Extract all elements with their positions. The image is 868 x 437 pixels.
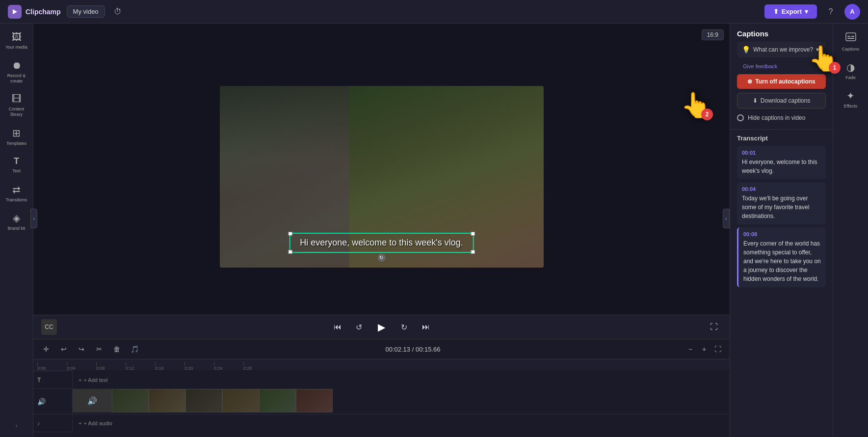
captions-title: Captions [737, 29, 826, 38]
transitions-icon: ⇄ [12, 184, 21, 195]
video-title[interactable]: My video [67, 5, 105, 18]
preview-top-bar: 16:9 [39, 29, 724, 40]
plus-icon: + [79, 420, 81, 426]
playback-left: CC [41, 319, 57, 335]
fullscreen-button[interactable]: ⛶ [706, 319, 722, 335]
hide-captions-toggle[interactable] [737, 114, 744, 121]
sidebar-item-your-media[interactable]: 🖼 Your media [2, 27, 31, 54]
sidebar-item-transitions[interactable]: ⇄ Transitions [2, 180, 31, 207]
caption-text: Hi everyone, welcome to this week's vlog… [300, 238, 463, 247]
zoom-fit-button[interactable]: ⛶ [712, 343, 724, 355]
turn-off-autocaptions-button[interactable]: ⊗ Turn off autocaptions [737, 74, 826, 89]
video-thumb-4 [222, 389, 259, 412]
content-area: 16:9 Hi everyone, w [33, 24, 730, 437]
text-track-row: T + + Add text [33, 371, 730, 389]
fast-forward-button[interactable]: ↻ [396, 319, 412, 335]
cut-button[interactable]: ✂ [92, 342, 106, 356]
zoom-out-button[interactable]: − [684, 343, 696, 355]
right-panel-effects[interactable]: ✦ Effects [834, 86, 868, 112]
add-text-button[interactable]: + + Add text [73, 370, 730, 390]
transcript-time-1: 00:04 [742, 186, 821, 192]
text-track-content[interactable]: + + Add text [73, 370, 730, 390]
app-name: Clipchamp [26, 8, 61, 16]
select-tool-button[interactable]: ✛ [39, 342, 53, 356]
hide-captions-label: Hide captions in video [748, 114, 805, 121]
aspect-ratio-badge: 16:9 [702, 29, 724, 40]
skip-to-end-button[interactable]: ⏭ [418, 319, 434, 335]
effects-icon: ✦ [846, 90, 855, 102]
right-expand-button[interactable]: › [723, 209, 730, 228]
sidebar-item-label: Your media [5, 45, 27, 50]
caption-handle-tl[interactable] [288, 232, 292, 236]
give-feedback-container: Give feedback [737, 61, 826, 70]
audio-track-content[interactable]: + + Add audio [73, 414, 730, 432]
ruler-mark-7: 0:28 [243, 362, 273, 371]
play-button[interactable]: ▶ [373, 318, 391, 336]
transcript-entry-1[interactable]: 00:04 Today we'll be going over some of … [737, 182, 826, 224]
record-icon: ⏺ [12, 60, 22, 71]
plus-icon: + [79, 377, 81, 383]
give-feedback-link[interactable]: Give feedback [738, 63, 782, 69]
sidebar-item-text[interactable]: T Text [2, 152, 31, 178]
svg-rect-4 [851, 36, 854, 37]
video-thumb-6 [296, 389, 333, 412]
transcript-entry-2[interactable]: 00:08 Every corner of the world has some… [737, 227, 826, 287]
video-caption-box[interactable]: Hi everyone, welcome to this week's vlog… [289, 233, 474, 253]
topbar: Clipchamp My video ⏱ ⬆ Export ▾ ? A [0, 0, 868, 24]
history-icon[interactable]: ⏱ [111, 5, 125, 19]
sidebar-item-templates[interactable]: ⊞ Templates [2, 123, 31, 150]
sidebar-item-record-create[interactable]: ⏺ Record &create [2, 56, 31, 88]
zoom-in-button[interactable]: + [698, 343, 710, 355]
caption-rotate-handle[interactable]: ↻ [377, 254, 385, 262]
cc-button[interactable]: CC [41, 319, 57, 335]
skip-to-start-button[interactable]: ⏮ [330, 319, 345, 335]
help-button[interactable]: ? [823, 4, 839, 20]
right-panel-captions[interactable]: Captions [834, 27, 868, 55]
left-sidebar: 🖼 Your media ⏺ Record &create 🎞 Contentl… [0, 24, 33, 437]
ruler-mark-2: 0:08 [96, 362, 126, 371]
export-icon: ⬆ [773, 8, 779, 15]
playback-controls: CC ⏮ ↺ ▶ ↻ ⏭ ⛶ [33, 315, 730, 339]
undo-button[interactable]: ↩ [57, 342, 71, 356]
avatar[interactable]: A [844, 4, 860, 20]
right-panel-fade[interactable]: ◑ Fade [834, 57, 868, 84]
playback-center: ⏮ ↺ ▶ ↻ ⏭ [330, 318, 434, 336]
audio-button[interactable]: 🎵 [128, 342, 141, 356]
delete-button[interactable]: 🗑 [110, 342, 124, 356]
video-track-icon: 🔊 [37, 398, 46, 406]
svg-rect-3 [847, 36, 850, 37]
caption-handle-bl[interactable] [288, 250, 292, 254]
ruler-mark-1: 0:04 [67, 362, 96, 371]
sidebar-item-content-library[interactable]: 🎞 Contentlibrary [2, 89, 31, 121]
svg-rect-5 [847, 38, 854, 39]
caption-handle-tr[interactable] [471, 232, 475, 236]
fade-icon: ◑ [846, 61, 855, 73]
captions-panel: Captions 💡 What can we improve? ▾ Give f… [730, 24, 833, 437]
transcript-entry-0[interactable]: 00:01 Hi everyone, welcome to this week'… [737, 146, 826, 179]
logo-icon [8, 5, 22, 19]
preview-area: 16:9 Hi everyone, w [33, 24, 730, 315]
brand-kit-icon: ◈ [13, 212, 20, 224]
video-track-content[interactable]: 🔊 [73, 389, 730, 414]
timeline-tracks: 0:00 0:04 0:08 0:12 0:16 0:20 0:24 0:28 … [33, 359, 730, 437]
sidebar-collapse[interactable]: › [12, 418, 22, 433]
feedback-text: What can we improve? [753, 46, 813, 53]
app-logo[interactable]: Clipchamp [8, 5, 61, 19]
captions-header: Captions 💡 What can we improve? ▾ Give f… [730, 24, 833, 130]
download-captions-button[interactable]: ⬇ Download captions [737, 93, 826, 109]
sidebar-expand-button[interactable]: › [30, 209, 37, 228]
export-button[interactable]: ⬆ Export ▾ [764, 4, 817, 19]
ruler-mark-3: 0:12 [126, 362, 155, 371]
caption-handle-br[interactable] [471, 250, 475, 254]
timeline-time-display: 00:02.13 / 00:15.66 [385, 346, 440, 353]
sidebar-item-brand-kit[interactable]: ◈ Brand kit [2, 208, 31, 235]
audio-track-label: ♪ [33, 414, 73, 432]
rewind-button[interactable]: ↺ [351, 319, 367, 335]
timeline-ruler: 0:00 0:04 0:08 0:12 0:16 0:20 0:24 0:28 [33, 359, 730, 371]
redo-button[interactable]: ↪ [75, 342, 88, 356]
video-thumb-0: 🔊 [73, 389, 112, 412]
add-audio-button[interactable]: + + Add audio [73, 414, 730, 432]
video-frame: Hi everyone, welcome to this week's vlog… [220, 86, 544, 268]
transcript-text-2: Every corner of the world has something … [743, 239, 821, 283]
transcript-text-0: Hi everyone, welcome to this week's vlog… [742, 158, 821, 175]
